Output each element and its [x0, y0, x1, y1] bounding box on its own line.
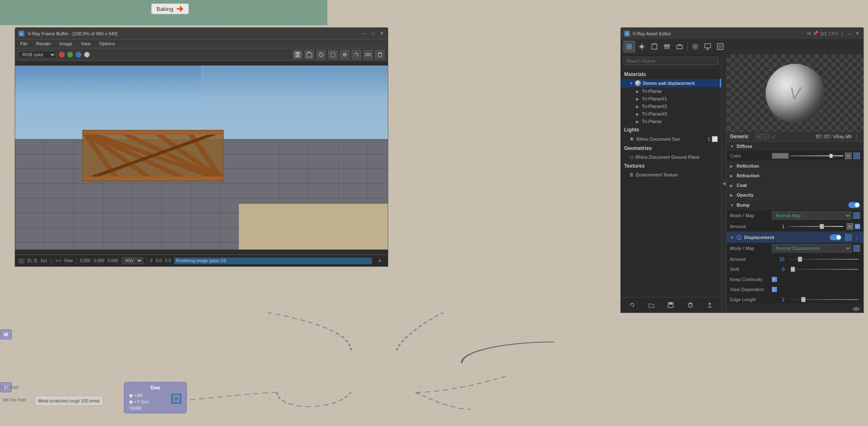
fb-menu-file[interactable]: File: [18, 40, 29, 47]
status-menu-icon[interactable]: ≡: [375, 256, 384, 266]
displacement-section-header[interactable]: ▼ i Displacement ⬚ ⋮: [727, 232, 863, 243]
color-red[interactable]: [59, 52, 65, 58]
fb-menu-view[interactable]: View: [79, 40, 92, 47]
coat-section-header[interactable]: ▶ Coat: [727, 181, 863, 190]
open-image-icon[interactable]: [305, 50, 314, 59]
bump-slider-handle[interactable]: [820, 224, 824, 229]
w-node-top[interactable]: W: [0, 329, 12, 339]
materials-section-header[interactable]: Materials: [621, 70, 721, 79]
save-props-icon[interactable]: [771, 134, 776, 139]
framebuffer-close-button[interactable]: ✕: [379, 31, 384, 37]
opacity-section-header[interactable]: ▶ Opacity: [727, 190, 863, 200]
ae-minimize-button[interactable]: ─: [847, 31, 852, 37]
rhino-document-sun-item[interactable]: ☀ Rhino Document Sun 1: [621, 134, 721, 144]
diffuse-slider-handle[interactable]: [829, 154, 833, 158]
refraction-section-header[interactable]: ▶ Refraction: [727, 171, 863, 180]
lights-section-header[interactable]: Lights: [621, 125, 721, 134]
bump-toggle[interactable]: [848, 202, 860, 208]
lights-tab-button[interactable]: [636, 41, 648, 53]
reflection-section-header[interactable]: ▶ Reflection: [727, 161, 863, 171]
ae-dots-menu[interactable]: ⋮: [840, 31, 845, 37]
status-xy2: 0.0: [156, 258, 162, 263]
displacement-mode-map-button[interactable]: ⬚: [853, 245, 860, 252]
lens-effects-icon[interactable]: [340, 50, 349, 59]
ae-expand-icon[interactable]: ⊞: [807, 31, 811, 36]
geo-node[interactable]: Geo • Mtl • V Geo Visible: [124, 382, 187, 413]
color-blue[interactable]: [76, 52, 81, 58]
diffuse-color-swatch[interactable]: [772, 153, 789, 159]
history-icon[interactable]: [352, 50, 361, 59]
geometry-tab-button[interactable]: [648, 41, 660, 53]
diffuse-extra-button[interactable]: ⬚: [853, 153, 860, 159]
ae-pin-icon[interactable]: 📌: [813, 31, 818, 36]
baking-node[interactable]: Baking: [151, 3, 189, 14]
textures-section-header[interactable]: Textures: [621, 161, 721, 171]
displacement-continuity-checkbox[interactable]: ✓: [772, 277, 777, 282]
bump-map-button[interactable]: ⬚: [853, 212, 860, 219]
region-render-icon[interactable]: [328, 50, 337, 59]
expand-icon[interactable]: [756, 134, 761, 139]
render-settings-button[interactable]: [674, 41, 685, 53]
layers-tab-button[interactable]: [661, 41, 673, 53]
displacement-amount-slider[interactable]: [788, 259, 858, 260]
settings-gear-button[interactable]: [689, 41, 701, 53]
ae-close-button[interactable]: ✕: [854, 31, 860, 37]
stereo-icon[interactable]: [363, 50, 373, 59]
framebuffer-window-controls[interactable]: ─ □ ✕: [362, 31, 384, 37]
material-options-button[interactable]: ⋮: [853, 134, 860, 139]
displacement-edge-number[interactable]: 2: [772, 297, 784, 302]
color-correction-icon[interactable]: [316, 50, 326, 59]
panel-collapser[interactable]: ◀: [722, 54, 727, 313]
fb-menu-options[interactable]: Options: [97, 40, 117, 47]
tri-planar-item-0[interactable]: ▶ Tri-Planar: [621, 87, 721, 95]
tri-planar-item-2[interactable]: ▶ Tri-Planar#2: [621, 103, 721, 110]
bump-amount-slider[interactable]: [788, 226, 843, 227]
tri-planar-item-1[interactable]: ▶ Tri-Planar#1: [621, 95, 721, 103]
material-file-node[interactable]: Metal scratched rough 100.vrmat: [34, 396, 103, 406]
bump-mode-select[interactable]: Normal Map: [772, 211, 852, 220]
bump-section-header[interactable]: ▼ Bump: [727, 200, 863, 210]
framebuffer-maximize-button[interactable]: □: [370, 31, 376, 37]
color-green[interactable]: [67, 52, 73, 58]
collapse-icon[interactable]: [763, 134, 769, 139]
tri-planar-item-3[interactable]: ▶ Tri-Planar#3: [621, 110, 721, 118]
displacement-amount-handle[interactable]: [798, 257, 802, 262]
bump-amount-number[interactable]: 1: [772, 224, 784, 229]
displacement-view-checkbox[interactable]: ✓: [772, 287, 777, 292]
materials-tab-button[interactable]: [623, 41, 635, 53]
displacement-options-button[interactable]: ⋮: [853, 234, 860, 240]
render-history-button[interactable]: [714, 41, 726, 53]
ae-window-controls[interactable]: ⊞ 📌 1/1 CPU ⋮ ─ ✕: [807, 31, 860, 37]
color-white[interactable]: [84, 52, 90, 58]
diffuse-color-slider[interactable]: [790, 155, 843, 156]
hsv-select[interactable]: HSV: [122, 257, 143, 264]
rhino-ground-plane-item[interactable]: ▭ Rhino Document Ground Plane: [621, 153, 721, 161]
bump-amount-checkbox[interactable]: ✓: [855, 224, 860, 229]
tri-planar-item-4[interactable]: ▶ Tri-Planar: [621, 118, 721, 125]
bump-amount-map-button[interactable]: M: [847, 223, 853, 230]
save-image-icon[interactable]: [293, 50, 302, 59]
diffuse-map-button[interactable]: M: [845, 153, 852, 159]
color-mode-select[interactable]: RGB color: [18, 51, 56, 58]
displacement-shift-handle[interactable]: [791, 267, 795, 272]
framebuffer-minimize-button[interactable]: ─: [362, 31, 368, 37]
stones-wall-displacement-item[interactable]: ▼ Stones wall displacement: [621, 79, 721, 87]
rhino-sun-color-swatch[interactable]: [712, 136, 718, 142]
displacement-mode-select[interactable]: Normal Displacement: [772, 244, 852, 252]
fb-menu-render[interactable]: Render: [34, 40, 53, 47]
displacement-map-button[interactable]: ⬚: [845, 234, 852, 241]
svg-rect-24: [19, 259, 24, 263]
trash-icon[interactable]: [375, 50, 384, 59]
environment-texture-item[interactable]: 🗎 Environment Texture: [621, 171, 721, 179]
displacement-toggle[interactable]: [830, 234, 842, 240]
displacement-edge-handle[interactable]: [801, 297, 805, 302]
displacement-amount-number[interactable]: 10: [772, 257, 784, 262]
asset-search-input[interactable]: [623, 57, 719, 65]
fb-menu-image[interactable]: Image: [58, 40, 74, 47]
displacement-edge-slider[interactable]: [788, 299, 858, 300]
displacement-shift-slider[interactable]: [788, 269, 858, 270]
displacement-shift-number[interactable]: 0: [772, 267, 784, 272]
diffuse-section-header[interactable]: ▼ Diffuse: [727, 142, 863, 151]
view-icon-button[interactable]: [702, 41, 714, 53]
geometries-section-header[interactable]: Geometries: [621, 144, 721, 153]
